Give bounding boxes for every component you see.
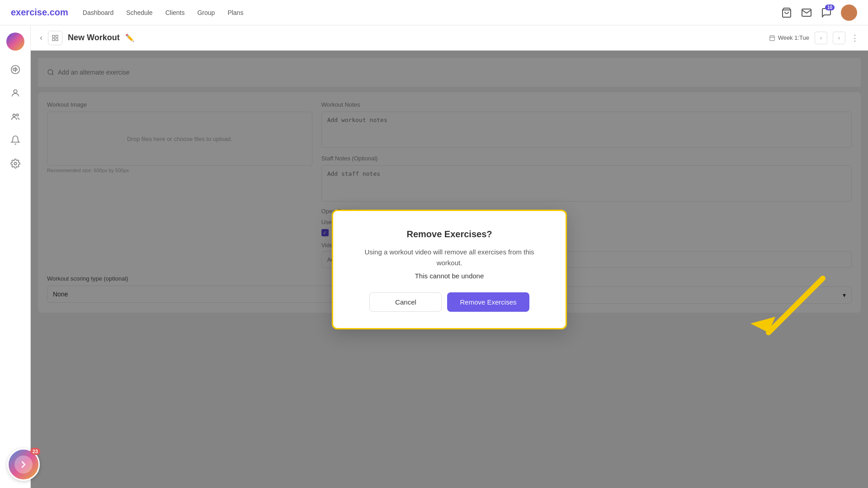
back-button[interactable]: ‹ — [40, 33, 42, 42]
modal-warning: This cannot be undone — [351, 272, 547, 280]
nav-right: 10 — [781, 5, 857, 21]
modal-title: Remove Exercises? — [351, 229, 547, 239]
svg-rect-8 — [56, 35, 58, 38]
nav-clients[interactable]: Clients — [165, 9, 185, 16]
user-avatar[interactable] — [841, 5, 857, 21]
workout-title: New Workout — [68, 33, 120, 42]
nav-schedule[interactable]: Schedule — [126, 9, 152, 16]
svg-rect-10 — [56, 38, 58, 41]
content-area: ‹ New Workout ✏️ Week 1:Tue ‹ › ⋮ — [31, 25, 868, 488]
modal-body: Using a workout video will remove all ex… — [351, 247, 547, 268]
badge-inner — [14, 455, 33, 474]
next-week-button[interactable]: › — [833, 32, 845, 44]
more-options-button[interactable]: ⋮ — [851, 33, 859, 43]
workout-header-bar: ‹ New Workout ✏️ Week 1:Tue ‹ › ⋮ — [31, 25, 868, 51]
week-label: Week 1:Tue — [769, 34, 809, 41]
grid-view-button[interactable] — [48, 31, 62, 45]
badge-count: 23 — [30, 448, 40, 455]
shopping-bag-icon[interactable] — [781, 7, 792, 18]
left-sidebar — [0, 25, 31, 488]
svg-rect-7 — [52, 35, 55, 38]
cancel-button[interactable]: Cancel — [369, 292, 442, 312]
sidebar-item-dollar[interactable] — [5, 60, 25, 80]
sidebar-avatar[interactable] — [6, 33, 24, 51]
main-layout: ‹ New Workout ✏️ Week 1:Tue ‹ › ⋮ — [0, 25, 868, 488]
nav-group[interactable]: Group — [197, 9, 215, 16]
edit-title-icon[interactable]: ✏️ — [125, 33, 134, 42]
remove-exercises-button[interactable]: Remove Exercises — [447, 292, 529, 312]
sidebar-item-person[interactable] — [5, 83, 25, 103]
nav-plans[interactable]: Plans — [227, 9, 243, 16]
prev-week-button[interactable]: ‹ — [815, 32, 827, 44]
remove-exercises-modal: Remove Exercises? Using a workout video … — [332, 210, 567, 329]
modal-overlay[interactable]: Remove Exercises? Using a workout video … — [31, 51, 868, 488]
bottom-left-badge[interactable]: 23 — [7, 448, 40, 481]
svg-point-5 — [16, 114, 19, 116]
svg-rect-9 — [52, 38, 55, 41]
nav-links: Dashboard Schedule Clients Group Plans — [83, 9, 244, 16]
sidebar-item-group[interactable] — [5, 107, 25, 127]
brand-logo[interactable]: exercise.com — [11, 7, 68, 18]
sidebar-item-bell[interactable] — [5, 130, 25, 150]
top-navigation: exercise.com Dashboard Schedule Clients … — [0, 0, 868, 25]
chat-icon[interactable]: 10 — [821, 7, 832, 18]
sidebar-item-gear[interactable] — [5, 154, 25, 174]
svg-point-1 — [846, 7, 852, 13]
nav-dashboard[interactable]: Dashboard — [83, 9, 114, 16]
header-right-controls: Week 1:Tue ‹ › ⋮ — [769, 32, 859, 44]
page-content: Add an alternate exercise Workout Image … — [31, 51, 868, 488]
svg-rect-11 — [769, 36, 774, 41]
arrow-annotation — [732, 269, 832, 361]
svg-point-6 — [14, 162, 17, 165]
chat-badge: 10 — [825, 5, 835, 10]
modal-buttons: Cancel Remove Exercises — [351, 292, 547, 312]
svg-point-4 — [13, 114, 15, 117]
mail-icon[interactable] — [801, 7, 812, 18]
svg-point-3 — [14, 90, 17, 93]
